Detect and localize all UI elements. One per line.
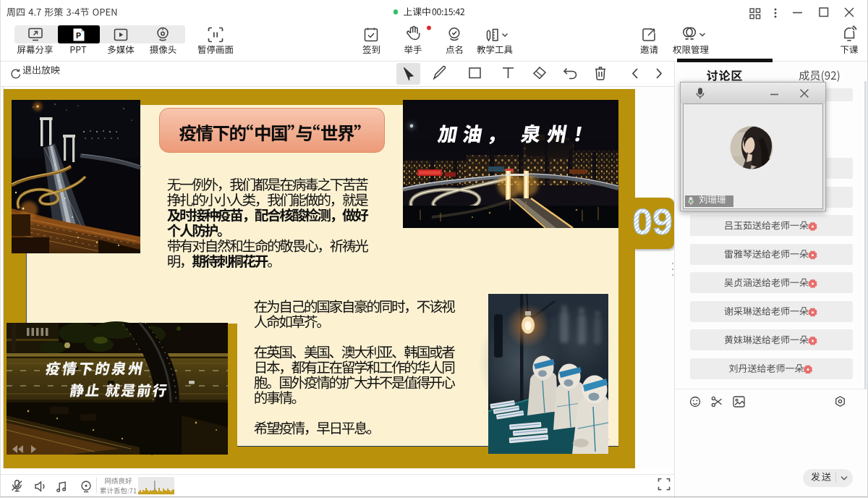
svg-text:P: P	[76, 31, 81, 40]
svg-text:09: 09	[632, 202, 673, 242]
